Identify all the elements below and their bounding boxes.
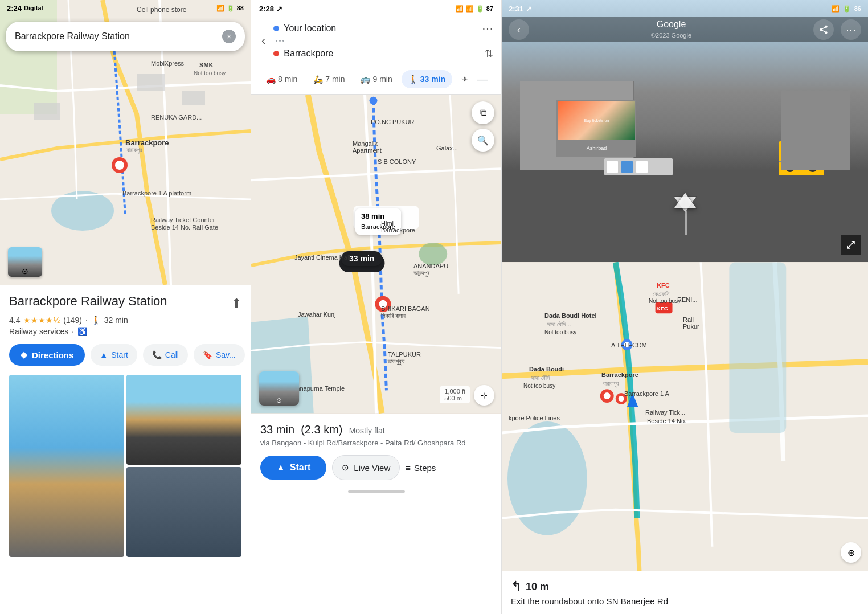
layers-button[interactable]: ⧉ (472, 101, 494, 124)
p3-time: 2:31 (509, 5, 523, 13)
steps-button[interactable]: ≡ Steps (406, 463, 436, 473)
svg-rect-3 (137, 74, 165, 91)
start-icon: ▲ (100, 350, 108, 359)
panel1-info: Barrackpore Railway Station ⬆ 4.4 ★★★★½ … (0, 285, 251, 614)
p2-start-button[interactable]: ▲ Start (260, 456, 326, 480)
station-type: Railway services · ♿ (9, 327, 241, 336)
svg-point-18 (507, 421, 587, 535)
call-button[interactable]: 📞 Call (143, 344, 188, 366)
action-buttons: ◆ Directions ▲ Start 📞 Call 🔖 Sav... (9, 344, 241, 366)
start-button[interactable]: ▲ Start (91, 344, 137, 366)
origin-dot (273, 26, 279, 31)
p3-battery: 86 (854, 5, 861, 12)
svg-rect-1 (0, 0, 57, 114)
p3-label-railway-tick: Railway Tick... (645, 409, 685, 416)
tab-separator: — (477, 73, 488, 85)
route-to-row: Barrackpore ⇅ (273, 47, 493, 60)
svg-point-21 (604, 392, 611, 399)
transit-time: 9 min (372, 75, 392, 84)
more-options-button[interactable]: ⋯ (482, 22, 493, 35)
car-icon: 🚗 (266, 75, 276, 84)
p2-street-view-thumbnail[interactable]: ⊙ (259, 371, 299, 406)
p3-label-barrackpore: Barrackpore (601, 371, 638, 378)
map-label-platform: Barrackpore 1 A platform (122, 190, 191, 197)
route-summary: 33 min (2.3 km) Mostly flat (260, 423, 492, 436)
bike-time: 7 min (325, 75, 345, 84)
map-label-renuka: RENUKA GARD... (151, 114, 202, 121)
p2-map-area[interactable]: 38 minBarrackpore 33 min PO.NC PUKUR Man… (251, 95, 501, 414)
p3-label-dada-boudi-hotel: Dada Boudi Hotel (544, 312, 597, 319)
call-icon: 📞 (152, 350, 162, 359)
search-nearby-button[interactable]: 🔍 (472, 129, 494, 152)
tab-flight[interactable]: ✈ (455, 70, 475, 88)
swap-routes-button[interactable]: ⇅ (485, 47, 493, 60)
route-from-row: Your location ⋯ (273, 22, 493, 35)
p2-arrow: ↗ (276, 5, 282, 13)
sv-share-button[interactable] (813, 19, 834, 40)
nav-distance: ↰ 10 m (511, 579, 859, 594)
p3-label-dada-boudi-bengali: দাদা বৌদি (531, 374, 550, 382)
p2-header: ‹ Your location ⋯ Barrackpore ⇅ (251, 17, 501, 70)
tab-walk[interactable]: 🚶 33 min (402, 70, 452, 88)
sv-back-button[interactable]: ‹ (509, 19, 529, 40)
p3-label-police-lines: kpore Police Lines (509, 415, 560, 421)
route-inputs: Your location ⋯ Barrackpore ⇅ (273, 22, 493, 60)
tab-transit[interactable]: 🚌 9 min (354, 70, 399, 88)
compass-icon: ⊹ (481, 391, 488, 400)
p3-label-dada-boudi: Dada Boudi (529, 366, 564, 373)
photo-cell-2[interactable] (126, 375, 241, 465)
save-button[interactable]: 🔖 Sav... (194, 344, 245, 366)
sv-expand-button[interactable] (841, 235, 861, 255)
sv-top-bar: ‹ Google ©2023 Google ⋯ (502, 17, 868, 42)
time-bubble-38min: 38 minBarrackpore (355, 208, 401, 235)
svg-rect-4 (182, 91, 205, 105)
p3-label-telecom: A TELECOM (611, 342, 647, 349)
sv-title: Google ©2023 Google (536, 19, 806, 40)
transit-icon: 🚌 (361, 75, 370, 84)
transport-tabs: 🚗 8 min 🛵 7 min 🚌 9 min 🚶 33 min ✈ — (251, 70, 501, 95)
close-button[interactable]: × (222, 30, 236, 43)
tab-bike[interactable]: 🛵 7 min (306, 70, 351, 88)
sv-road (502, 170, 868, 262)
photo-cell-1[interactable] (9, 375, 124, 557)
p3-status-right: 📶 🔋 86 (825, 0, 868, 17)
my-location-button[interactable]: ⊕ (841, 542, 861, 563)
compass-button[interactable]: ⊹ (474, 385, 494, 406)
live-view-button[interactable]: ⊙ Live View (332, 455, 400, 480)
svg-marker-15 (674, 193, 697, 208)
p1-time: 2:24 (7, 4, 22, 13)
p1-operator: Digital (24, 5, 43, 11)
share-button[interactable]: ⬆ (231, 294, 241, 311)
p3-label-dada-bengali: দাদা বৌদি... (547, 321, 571, 328)
p3-label-rail-pukur: RailPukur (683, 316, 699, 330)
panel1-search-bar[interactable]: Barrackpore Railway Station × (6, 22, 245, 51)
p2-time: 2:28 (259, 5, 274, 13)
live-view-icon: ⊙ (342, 462, 349, 473)
nav-instruction: Exit the roundabout onto SN Banerjee Rd (511, 596, 859, 606)
origin-field[interactable]: Your location (284, 23, 477, 34)
street-view-thumbnail[interactable]: ⊙ (8, 247, 42, 277)
back-button[interactable]: ‹ (259, 31, 268, 51)
p2-start-icon: ▲ (276, 462, 285, 473)
p3-label-barrackpore-bengali: বারাকপুর (603, 380, 619, 387)
route-via: via Bangaon - Kulpi Rd/Barrackpore - Pal… (260, 439, 492, 447)
sv-more-button[interactable]: ⋯ (841, 19, 861, 40)
p3-location-arrow: ↗ (526, 5, 532, 13)
p3-label-beside-14: Beside 14 No. (647, 417, 686, 424)
scale-bar: 1,000 ft 500 m (440, 386, 470, 403)
panel-1-place-details: 2:24 Digital 📶 🔋 88 Barrackpore Railway … (0, 0, 251, 614)
p3-label-dada-busy: Not too busy (544, 329, 576, 335)
p3-label-kfc: KFC (657, 282, 670, 289)
p3-label-barrackpore-1a: Barrackpore 1 A (624, 390, 669, 397)
directions-icon: ◆ (21, 350, 27, 360)
connector-dot-2 (279, 40, 281, 42)
wifi-icon: 🔋 (843, 5, 851, 13)
tab-car[interactable]: 🚗 8 min (259, 70, 304, 88)
directions-button[interactable]: ◆ Directions (9, 344, 85, 366)
sv-arrow-forward[interactable] (671, 193, 699, 210)
p3-status-bar: 2:31 ↗ (502, 0, 539, 17)
p3-street-view: 2:31 ↗ 📶 🔋 86 Buy tickets on Ashirbad (502, 0, 868, 262)
destination-field[interactable]: Barrackpore (284, 48, 480, 59)
photo-cell-3[interactable] (126, 467, 241, 557)
search-icon: 🔍 (477, 135, 489, 146)
